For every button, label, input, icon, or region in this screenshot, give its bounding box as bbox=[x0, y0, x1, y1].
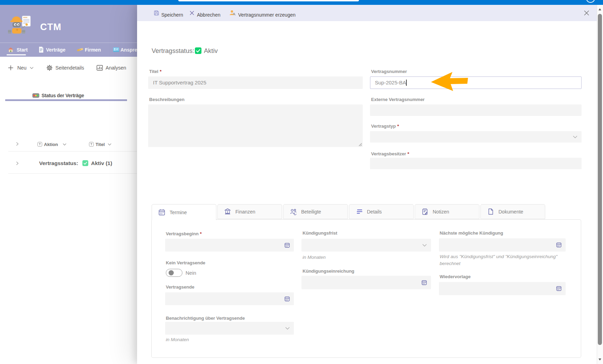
vertragsbesitzer-input[interactable] bbox=[370, 158, 582, 169]
sidebar-header: CTM bbox=[0, 5, 138, 43]
benachrichtigung-label: Benachrichtigung über Vertragsende bbox=[166, 316, 245, 321]
kuendigungseinreichung-label: Kündigungseinreichung bbox=[303, 269, 354, 274]
nav-item-firmen-label: Firmen bbox=[85, 47, 101, 53]
resize-handle-icon[interactable] bbox=[358, 142, 362, 146]
vertragsende-date-input[interactable] bbox=[165, 292, 294, 305]
suite-bar bbox=[0, 0, 603, 5]
calendar-picker-icon[interactable] bbox=[556, 242, 562, 248]
dropdown-chevron-icon bbox=[285, 327, 290, 330]
vertragsende-label: Vertragsende bbox=[166, 284, 194, 290]
document-icon bbox=[39, 47, 44, 53]
people-icon bbox=[290, 208, 297, 215]
text-column-icon bbox=[37, 142, 42, 147]
kuendigungseinreichung-date-input[interactable] bbox=[302, 276, 431, 289]
vertragsnummer-label: Vertragsnummer bbox=[371, 69, 407, 74]
tab-notizen[interactable]: Notizen bbox=[415, 204, 479, 219]
tab-dokumente-label: Dokumente bbox=[498, 209, 523, 215]
lines-icon bbox=[356, 208, 363, 215]
close-panel-icon[interactable] bbox=[584, 10, 589, 16]
traffic-light-icon bbox=[32, 93, 39, 98]
app-logo bbox=[8, 14, 32, 37]
kuendigungsfrist-helper: in Monaten bbox=[303, 255, 326, 260]
calendar-picker-icon[interactable] bbox=[284, 242, 290, 248]
column-header-aktion-label: Aktion bbox=[44, 142, 58, 147]
beschreibungen-label: Beschreibungen bbox=[149, 97, 184, 102]
titel-input[interactable]: IT Supportvertrag 2025 bbox=[148, 76, 363, 89]
expand-chevron-icon[interactable] bbox=[16, 142, 19, 146]
toolbar-page-details-label: Seitendetails bbox=[55, 65, 84, 71]
contact-card-icon bbox=[113, 47, 119, 52]
naechste-kuendigung-date-input[interactable] bbox=[439, 238, 566, 252]
kuendigungsfrist-dropdown[interactable] bbox=[302, 239, 431, 252]
scrollbar-thumb[interactable] bbox=[598, 14, 602, 345]
tab-termine[interactable]: Termine bbox=[152, 204, 216, 220]
chevron-down-icon bbox=[108, 143, 111, 146]
suite-search-box[interactable] bbox=[178, 0, 359, 1]
nav-item-vertraege-label: Verträge bbox=[46, 47, 65, 53]
kein-vertragsende-toggle-value: Nein bbox=[186, 270, 196, 276]
home-icon bbox=[8, 47, 14, 53]
save-button-label: Speichern bbox=[161, 12, 183, 18]
tab-finanzen[interactable]: Finanzen bbox=[217, 204, 282, 219]
notepad-icon bbox=[421, 208, 429, 215]
tab-dokumente[interactable]: Dokumente bbox=[480, 204, 545, 219]
nav-active-underline bbox=[7, 54, 26, 55]
panel-command-bar: Speichern Abbrechen Vertragsnummer erzeu… bbox=[137, 5, 597, 21]
group-row-value: Aktiv (1) bbox=[91, 160, 112, 166]
calendar-picker-icon[interactable] bbox=[556, 285, 562, 291]
suite-avatar[interactable] bbox=[586, 0, 595, 3]
text-cursor bbox=[406, 80, 407, 86]
calendar-icon bbox=[158, 209, 165, 216]
vertragsnummer-input-value: Sup-2025-BA bbox=[370, 77, 406, 89]
vertragsnummer-input[interactable]: Sup-2025-BA bbox=[370, 76, 582, 89]
calendar-picker-icon[interactable] bbox=[421, 280, 427, 285]
externe-vertragsnummer-label: Externe Vertragsnummer bbox=[371, 97, 425, 102]
person-key-icon bbox=[229, 10, 236, 16]
webpart-title: Status der Verträge bbox=[42, 93, 84, 98]
group-status-check-icon bbox=[82, 160, 88, 166]
list-divider bbox=[8, 151, 137, 152]
toolbar-analytics-label: Analysen bbox=[106, 65, 126, 71]
annotation-arrow bbox=[430, 71, 469, 92]
dropdown-chevron-icon bbox=[573, 136, 577, 138]
tab-termine-label: Termine bbox=[170, 210, 187, 215]
wiedervorlage-label: Wiedervorlage bbox=[440, 274, 470, 279]
nav-item-start-label: Start bbox=[17, 47, 28, 53]
form-status-label: Vertragsstatus: bbox=[152, 47, 194, 55]
vertragstyp-label: Vertragstyp* bbox=[371, 124, 399, 129]
benachrichtigung-helper: in Monaten bbox=[166, 337, 189, 342]
group-expand-chevron-icon[interactable] bbox=[16, 161, 19, 165]
cancel-x-icon bbox=[190, 11, 194, 15]
tab-details[interactable]: Details bbox=[349, 204, 414, 219]
calendar-picker-icon[interactable] bbox=[284, 296, 290, 302]
benachrichtigung-dropdown[interactable] bbox=[165, 322, 294, 335]
text-column-icon bbox=[89, 142, 94, 147]
page-scrollbar[interactable] bbox=[597, 5, 603, 364]
titel-label: Titel* bbox=[149, 69, 161, 74]
handshake-icon bbox=[77, 47, 83, 52]
wiedervorlage-date-input[interactable] bbox=[439, 282, 566, 295]
save-icon bbox=[154, 10, 159, 16]
titel-input-value: IT Supportvertrag 2025 bbox=[148, 76, 363, 89]
column-header-titel-label: Titel bbox=[96, 142, 105, 147]
bank-icon bbox=[224, 208, 231, 215]
tab-beteiligte[interactable]: Beteiligte bbox=[283, 204, 348, 219]
kuendigungsfrist-label: Kündigungsfrist bbox=[303, 230, 337, 236]
vertragstyp-dropdown[interactable] bbox=[370, 131, 582, 143]
toggle-knob bbox=[169, 270, 174, 275]
vertragsbesitzer-label: Vertragsbesitzer* bbox=[371, 151, 409, 156]
naechste-kuendigung-helper-line2: berechnet bbox=[440, 261, 460, 266]
kein-vertragsende-toggle[interactable] bbox=[166, 269, 182, 277]
kein-vertragsende-label: Kein Vertragsende bbox=[166, 260, 205, 265]
beschreibungen-textarea[interactable] bbox=[148, 104, 363, 147]
scrollbar-down-arrow[interactable] bbox=[598, 358, 601, 361]
vertragsbeginn-label: Vertragsbeginn* bbox=[166, 231, 202, 236]
tab-details-label: Details bbox=[367, 209, 382, 215]
top-nav: Start Verträge Firmen Ansprechpartner bbox=[0, 43, 138, 57]
naechste-kuendigung-helper-line1: Wird aus "Kündigungsfrist" und "Kündigun… bbox=[440, 254, 557, 259]
tab-notizen-label: Notizen bbox=[433, 209, 449, 215]
cancel-button-label: Abbrechen bbox=[197, 12, 220, 18]
externe-vertragsnummer-input[interactable] bbox=[370, 104, 582, 116]
scrollbar-up-arrow[interactable] bbox=[598, 8, 601, 10]
vertragsbeginn-date-input[interactable] bbox=[165, 239, 294, 252]
